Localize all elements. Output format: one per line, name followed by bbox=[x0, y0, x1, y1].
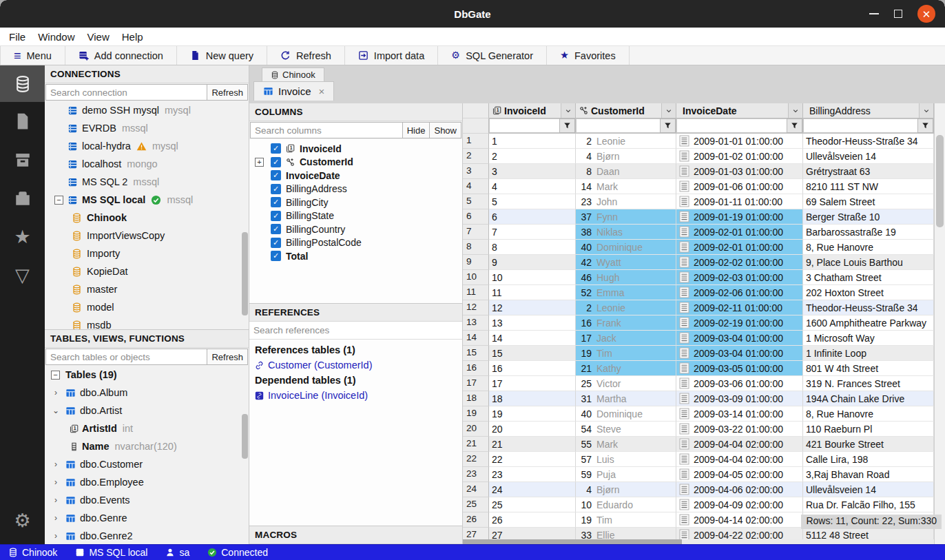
column-item[interactable]: 1ArtistIdint bbox=[45, 419, 249, 437]
row-number-cell[interactable]: 3 bbox=[463, 164, 489, 179]
grid-cell-invoiceDate[interactable]: 2009-03-06 01:00:00 bbox=[676, 376, 803, 391]
grid-cell-billingAddress[interactable]: 1 Microsoft Way bbox=[803, 331, 934, 346]
toolbar-menu[interactable]: ≡Menu bbox=[0, 46, 65, 65]
grid-column-header-customerid[interactable]: CustomerId bbox=[576, 103, 676, 118]
grid-cell-invoiceDate[interactable]: 2009-01-06 01:00:00 bbox=[676, 179, 803, 194]
chevron-right-icon[interactable]: › bbox=[51, 477, 61, 487]
dependent-link[interactable]: InvoiceLine (InvoiceId) bbox=[255, 388, 457, 403]
grid-cell-billingAddress[interactable]: 3,Raj Bhavan Road bbox=[803, 467, 934, 482]
grid-cell-invoiceId[interactable]: 5 bbox=[489, 194, 576, 209]
open-document-icon[interactable] bbox=[679, 347, 689, 359]
database-item[interactable]: master bbox=[45, 280, 249, 298]
grid-horizontal-scrollbar[interactable] bbox=[463, 539, 934, 544]
grid-cell-invoiceId[interactable]: 22 bbox=[489, 452, 576, 467]
grid-cell-invoiceId[interactable]: 17 bbox=[489, 376, 576, 391]
open-document-icon[interactable] bbox=[679, 135, 689, 147]
collapse-icon[interactable]: − bbox=[54, 196, 63, 205]
checkbox-checked-icon[interactable]: ✓ bbox=[271, 143, 281, 154]
grid-cell-customerId[interactable]: 10Eduardo bbox=[576, 497, 676, 512]
row-number-cell[interactable]: 9 bbox=[463, 255, 489, 270]
open-document-icon[interactable] bbox=[679, 393, 689, 404]
grid-cell-invoiceId[interactable]: 26 bbox=[489, 512, 576, 528]
collapse-icon[interactable]: − bbox=[51, 371, 60, 380]
grid-cell-customerId[interactable]: 16Frank bbox=[576, 315, 676, 331]
grid-cell-invoiceId[interactable]: 1 bbox=[489, 134, 576, 149]
checkbox-checked-icon[interactable]: ✓ bbox=[271, 157, 281, 167]
menu-view[interactable]: View bbox=[81, 31, 116, 43]
grid-cell-billingAddress[interactable]: 319 N. Frances Street bbox=[803, 376, 934, 391]
connection-item[interactable]: EVRDBmssql bbox=[45, 119, 249, 137]
toolbar-new-query[interactable]: New query bbox=[177, 46, 267, 65]
open-document-icon[interactable] bbox=[679, 377, 689, 389]
grid-cell-billingAddress[interactable]: Theodor-Heuss-Straße 34 bbox=[803, 300, 934, 315]
column-item[interactable]: Namenvarchar(120) bbox=[45, 437, 249, 455]
row-number-cell[interactable]: 18 bbox=[463, 391, 489, 406]
chevron-right-icon[interactable]: › bbox=[51, 513, 61, 523]
connection-item[interactable]: −MS SQL localmssql bbox=[45, 191, 249, 209]
toolbar-import-data[interactable]: Import data bbox=[345, 46, 438, 65]
column-toggle-item[interactable]: ✓BillingState bbox=[249, 209, 462, 223]
row-number-cell[interactable]: 10 bbox=[463, 270, 489, 285]
row-number-cell[interactable]: 16 bbox=[463, 361, 489, 376]
toolbar-add-connection[interactable]: Add connection bbox=[65, 46, 177, 65]
reference-link[interactable]: Customer (CustomerId) bbox=[255, 357, 457, 373]
open-document-icon[interactable] bbox=[679, 241, 689, 253]
row-number-cell[interactable]: 23 bbox=[463, 467, 489, 482]
open-document-icon[interactable] bbox=[679, 484, 689, 495]
grid-cell-invoiceId[interactable]: 4 bbox=[489, 179, 576, 194]
status-connected[interactable]: Connected bbox=[207, 547, 268, 558]
grid-cell-invoiceDate[interactable]: 2009-01-03 01:00:00 bbox=[676, 164, 803, 179]
row-number-cell[interactable]: 8 bbox=[463, 240, 489, 255]
connections-refresh-button[interactable]: Refresh bbox=[207, 84, 248, 101]
database-item[interactable]: Chinook bbox=[45, 209, 249, 227]
grid-cell-customerId[interactable]: 54Steve bbox=[576, 422, 676, 437]
grid-cell-invoiceId[interactable]: 15 bbox=[489, 346, 576, 361]
open-document-icon[interactable] bbox=[679, 287, 689, 298]
grid-column-header-billingaddress[interactable]: BillingAddress bbox=[803, 103, 934, 118]
grid-cell-invoiceDate[interactable]: 2009-02-19 01:00:00 bbox=[676, 315, 803, 331]
sidebar-connections[interactable] bbox=[0, 65, 45, 102]
sidebar-settings[interactable]: ⚙ bbox=[0, 501, 45, 540]
grid-cell-invoiceDate[interactable]: 2009-04-04 02:00:00 bbox=[676, 452, 803, 467]
chevron-right-icon[interactable]: › bbox=[51, 495, 61, 505]
grid-cell-customerId[interactable]: 37Fynn bbox=[576, 209, 676, 225]
row-number-cell[interactable]: 25 bbox=[463, 497, 489, 512]
sidebar-filters[interactable]: ▽ bbox=[0, 256, 45, 295]
chevron-right-icon[interactable]: › bbox=[51, 459, 61, 469]
row-number-cell[interactable]: 2 bbox=[463, 149, 489, 164]
database-group-tab[interactable]: Chinook bbox=[262, 68, 324, 81]
grid-cell-billingAddress[interactable]: Ullevålsveien 14 bbox=[803, 149, 934, 164]
checkbox-checked-icon[interactable]: ✓ bbox=[271, 170, 281, 180]
grid-cell-customerId[interactable]: 40Dominique bbox=[576, 406, 676, 422]
open-document-icon[interactable] bbox=[679, 453, 689, 465]
row-number-cell[interactable]: 21 bbox=[463, 437, 489, 452]
grid-cell-invoiceId[interactable]: 3 bbox=[489, 164, 576, 179]
grid-cell-customerId[interactable]: 17Jack bbox=[576, 331, 676, 346]
grid-cell-billingAddress[interactable]: Ullevålsveien 14 bbox=[803, 482, 934, 497]
grid-cell-invoiceId[interactable]: 24 bbox=[489, 482, 576, 497]
grid-cell-invoiceId[interactable]: 9 bbox=[489, 255, 576, 270]
grid-cell-invoiceId[interactable]: 23 bbox=[489, 467, 576, 482]
checkbox-checked-icon[interactable]: ✓ bbox=[271, 197, 281, 207]
menu-window[interactable]: Window bbox=[32, 31, 81, 43]
connection-item[interactable]: demo SSH mysqlmysql bbox=[45, 101, 249, 119]
grid-cell-invoiceId[interactable]: 25 bbox=[489, 497, 576, 512]
column-toggle-item[interactable]: ✓1InvoiceId bbox=[249, 142, 462, 156]
grid-cell-invoiceId[interactable]: 14 bbox=[489, 331, 576, 346]
grid-cell-invoiceId[interactable]: 8 bbox=[489, 240, 576, 255]
row-number-cell[interactable]: 5 bbox=[463, 194, 489, 209]
open-document-icon[interactable] bbox=[679, 362, 689, 374]
chevron-down-icon[interactable]: ⌄ bbox=[51, 406, 61, 415]
hide-columns-button[interactable]: Hide bbox=[403, 122, 430, 138]
checkbox-checked-icon[interactable]: ✓ bbox=[271, 251, 281, 261]
grid-cell-billingAddress[interactable]: 1600 Amphitheatre Parkway bbox=[803, 315, 934, 331]
row-number-cell[interactable]: 22 bbox=[463, 452, 489, 467]
grid-cell-billingAddress[interactable]: 8, Rue Hanovre bbox=[803, 406, 934, 422]
search-connection-input[interactable] bbox=[45, 84, 207, 101]
row-number-cell[interactable]: 4 bbox=[463, 179, 489, 194]
grid-cell-invoiceDate[interactable]: 2009-03-14 01:00:00 bbox=[676, 406, 803, 422]
grid-cell-billingAddress[interactable]: Calle Lira, 198 bbox=[803, 452, 934, 467]
column-menu-icon[interactable] bbox=[561, 103, 575, 118]
minimize-icon[interactable] bbox=[869, 13, 879, 14]
row-number-cell[interactable]: 13 bbox=[463, 315, 489, 331]
